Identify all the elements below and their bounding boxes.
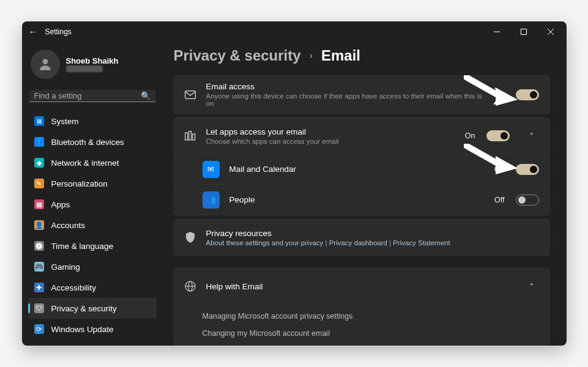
help-link[interactable]: Unblocking my Microsoft account	[203, 342, 539, 346]
window-controls	[483, 23, 564, 41]
email-access-title: Email access	[206, 82, 485, 91]
nav-icon: 🎮	[34, 262, 44, 272]
nav-label: Apps	[51, 200, 70, 209]
nav-label: Personalization	[51, 179, 108, 188]
nav-icon: ⋮	[34, 137, 44, 147]
privacy-resources-title: Privacy resources	[206, 229, 539, 238]
apps-access-icon	[184, 130, 196, 142]
sidebar-item-apps[interactable]: ▦Apps	[28, 194, 157, 215]
let-apps-toggle[interactable]	[486, 130, 510, 141]
email-access-state: On	[494, 91, 505, 99]
app-title: Settings	[45, 28, 72, 36]
nav-icon: 🖥	[34, 116, 44, 126]
maximize-button[interactable]	[510, 23, 537, 41]
let-apps-state: On	[465, 132, 475, 140]
sidebar-item-bluetooth-devices[interactable]: ⋮Bluetooth & devices	[28, 132, 157, 152]
app-toggle-state: Off	[494, 196, 504, 204]
shield-icon	[184, 231, 196, 243]
breadcrumb-parent[interactable]: Privacy & security	[174, 47, 301, 64]
chevron-up-icon[interactable]: ⌃	[524, 132, 539, 140]
search-input[interactable]	[34, 91, 141, 100]
avatar	[31, 50, 60, 79]
chevron-up-icon[interactable]: ⌃	[524, 282, 539, 291]
email-access-row[interactable]: Email access Anyone using this device ca…	[174, 76, 549, 113]
email-access-toggle[interactable]	[516, 89, 539, 100]
profile-name: Shoeb Shaikh	[66, 56, 119, 65]
resources-link-0[interactable]: About these settings and your privacy	[206, 239, 324, 247]
resources-link-1[interactable]: Privacy dashboard	[329, 239, 387, 247]
settings-window: ← Settings Shoeb Shaikh 🔍 🖥	[22, 21, 567, 346]
sidebar-item-accounts[interactable]: 👤Accounts	[28, 215, 157, 235]
resources-link-2[interactable]: Privacy Statement	[393, 239, 450, 247]
chevron-right-icon: ›	[310, 50, 313, 61]
svg-rect-6	[185, 133, 187, 140]
profile-block[interactable]: Shoeb Shaikh	[28, 45, 157, 87]
app-row-people[interactable]: 👥 People Off	[174, 184, 549, 215]
app-icon: 👥	[203, 191, 220, 209]
sidebar-item-system[interactable]: 🖥System	[28, 111, 157, 132]
let-apps-title: Let apps access your email	[206, 127, 455, 136]
app-row-mail-and-calendar[interactable]: ✉ Mail and Calendar On	[174, 154, 549, 184]
nav-label: System	[51, 117, 79, 126]
nav-label: Accessibility	[51, 283, 97, 292]
sidebar: Shoeb Shaikh 🔍 🖥System⋮Bluetooth & devic…	[22, 42, 163, 346]
help-link[interactable]: Managing Microsoft account privacy setti…	[203, 308, 539, 325]
sidebar-item-network-internet[interactable]: ◆Network & internet	[28, 152, 157, 173]
svg-rect-7	[188, 132, 191, 140]
profile-subtext	[66, 65, 103, 72]
nav-list: 🖥System⋮Bluetooth & devices◆Network & in…	[28, 111, 157, 339]
nav-label: Network & internet	[51, 158, 119, 168]
help-list: Managing Microsoft account privacy setti…	[174, 304, 549, 346]
nav-label: Windows Update	[51, 325, 114, 334]
nav-label: Bluetooth & devices	[51, 138, 124, 147]
app-icon: ✉	[203, 161, 220, 178]
main-content[interactable]: Privacy & security › Email Email access …	[163, 42, 567, 346]
globe-icon	[184, 280, 196, 292]
email-access-desc: Anyone using this device can choose if t…	[206, 92, 485, 107]
nav-icon: ✎	[34, 179, 44, 188]
breadcrumb-current: Email	[321, 47, 360, 64]
close-button[interactable]	[537, 23, 564, 41]
nav-label: Privacy & security	[51, 304, 117, 313]
nav-icon: ✚	[34, 283, 44, 292]
let-apps-row[interactable]: Let apps access your email Choose which …	[174, 118, 549, 154]
nav-icon: ▦	[34, 199, 44, 209]
nav-label: Gaming	[51, 262, 80, 272]
sidebar-item-personalization[interactable]: ✎Personalization	[28, 173, 157, 194]
privacy-resources-links: About these settings and your privacy | …	[206, 239, 539, 247]
back-button[interactable]: ←	[24, 27, 42, 37]
sidebar-item-privacy-security[interactable]: 🛡Privacy & security	[28, 298, 157, 319]
help-link[interactable]: Changing my Microsoft account email	[203, 325, 539, 342]
svg-rect-8	[192, 134, 195, 140]
help-card: Help with Email ⌃ Managing Microsoft acc…	[174, 268, 549, 346]
help-title: Help with Email	[206, 282, 510, 291]
app-name: People	[229, 195, 485, 204]
sidebar-item-accessibility[interactable]: ✚Accessibility	[28, 277, 157, 298]
nav-icon: 🛡	[34, 303, 44, 313]
search-icon: 🔍	[141, 91, 151, 100]
nav-icon: 🕘	[34, 241, 44, 251]
app-toggle[interactable]	[516, 164, 539, 175]
mail-icon	[184, 89, 196, 101]
app-name: Mail and Calendar	[229, 165, 485, 174]
sidebar-item-windows-update[interactable]: ⟳Windows Update	[28, 319, 157, 339]
sidebar-item-gaming[interactable]: 🎮Gaming	[28, 256, 157, 277]
search-box[interactable]: 🔍	[29, 90, 155, 102]
svg-point-4	[42, 59, 48, 64]
minimize-button[interactable]	[483, 23, 510, 41]
privacy-resources-card[interactable]: Privacy resources About these settings a…	[174, 219, 549, 256]
email-access-card: Email access Anyone using this device ca…	[174, 75, 549, 114]
app-toggle-state: On	[494, 165, 505, 174]
nav-icon: ◆	[34, 158, 44, 168]
svg-rect-5	[185, 91, 195, 98]
sidebar-item-time-language[interactable]: 🕘Time & language	[28, 235, 157, 256]
svg-rect-1	[521, 29, 526, 35]
nav-icon: ⟳	[34, 324, 44, 334]
nav-icon: 👤	[34, 220, 44, 230]
help-header[interactable]: Help with Email ⌃	[174, 269, 549, 304]
breadcrumb: Privacy & security › Email	[174, 47, 549, 64]
let-apps-card: Let apps access your email Choose which …	[174, 117, 549, 215]
nav-label: Time & language	[51, 242, 114, 251]
app-toggle[interactable]	[516, 195, 539, 206]
nav-label: Accounts	[51, 221, 86, 230]
